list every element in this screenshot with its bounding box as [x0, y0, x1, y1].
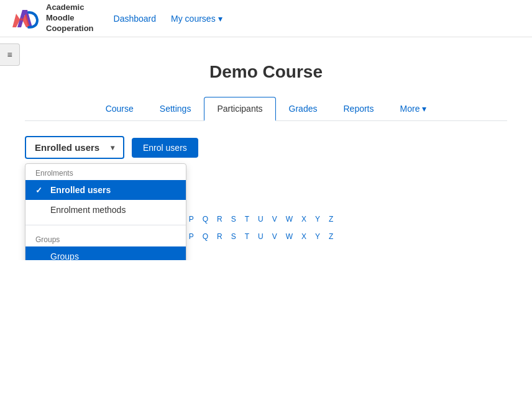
nav-my-courses[interactable]: My courses ▾	[171, 14, 222, 24]
tab-bar: Course Settings Participants Grades Repo…	[25, 97, 507, 121]
main-content: Demo Course Course Settings Participants…	[0, 37, 532, 260]
alpha-W-2[interactable]: W	[282, 230, 296, 243]
alpha-U-1[interactable]: U	[254, 213, 267, 225]
logo-area: Academic Moodle Cooperation	[10, 2, 94, 34]
alpha-W-1[interactable]: W	[282, 213, 296, 225]
alpha-Z-2[interactable]: Z	[325, 230, 337, 243]
alpha-X-1[interactable]: X	[298, 213, 310, 225]
alpha-T-1[interactable]: T	[241, 213, 253, 225]
dropdown-section-groups: Groups	[25, 230, 186, 246]
alpha-R-1[interactable]: R	[213, 213, 226, 225]
dropdown-section-enrolments: Enrolments	[25, 164, 186, 180]
tab-participants[interactable]: Participants	[204, 97, 275, 121]
tab-grades[interactable]: Grades	[276, 97, 331, 121]
logo-text: Academic Moodle Cooperation	[46, 2, 94, 34]
alpha-S-2[interactable]: S	[227, 230, 240, 243]
tab-course[interactable]: Course	[93, 97, 147, 121]
alpha-Z-1[interactable]: Z	[325, 213, 337, 225]
alpha-T-2[interactable]: T	[241, 230, 253, 243]
alpha-P-2[interactable]: P	[185, 230, 198, 243]
main-nav-links: Dashboard My courses ▾	[114, 14, 222, 24]
tab-settings[interactable]: Settings	[147, 97, 204, 121]
chevron-down-icon: ▾	[218, 14, 222, 24]
alpha-X-2[interactable]: X	[298, 230, 310, 243]
section-divider	[25, 225, 186, 225]
chevron-down-icon: ▾	[111, 143, 114, 152]
chevron-down-icon: ▾	[422, 104, 426, 114]
dropdown-menu: Enrolments ✓ Enrolled users ✓ Enrolment …	[25, 163, 186, 260]
top-nav: Academic Moodle Cooperation Dashboard My…	[0, 0, 532, 37]
logo-icon	[10, 4, 40, 34]
alpha-R-2[interactable]: R	[213, 230, 226, 243]
tab-more[interactable]: More ▾	[387, 97, 440, 121]
dropdown-item-enrolled-users[interactable]: ✓ Enrolled users	[25, 180, 186, 200]
alpha-S-1[interactable]: S	[227, 213, 240, 225]
alpha-Y-1[interactable]: Y	[311, 213, 324, 225]
check-icon: ✓	[35, 186, 47, 195]
menu-icon: ≡	[7, 50, 12, 60]
alpha-P-1[interactable]: P	[185, 213, 198, 225]
dropdown-item-groups[interactable]: ✓ Groups	[25, 246, 186, 260]
alpha-U-2[interactable]: U	[254, 230, 267, 243]
alpha-Q-2[interactable]: Q	[199, 230, 212, 243]
alpha-Y-2[interactable]: Y	[311, 230, 324, 243]
nav-dashboard[interactable]: Dashboard	[114, 14, 157, 24]
enrol-users-button[interactable]: Enrol users	[132, 138, 198, 158]
enrolled-users-dropdown[interactable]: Enrolled users ▾	[25, 136, 124, 159]
dropdown-item-enrolment-methods[interactable]: ✓ Enrolment methods	[25, 200, 186, 220]
alpha-Q-1[interactable]: Q	[199, 213, 212, 225]
page-title: Demo Course	[25, 62, 507, 82]
controls-row: Enrolled users ▾ Enrol users Enrolments …	[25, 136, 507, 159]
sidebar-toggle[interactable]: ≡	[0, 43, 20, 66]
alpha-V-1[interactable]: V	[268, 213, 281, 225]
alpha-V-2[interactable]: V	[268, 230, 281, 243]
tab-reports[interactable]: Reports	[330, 97, 387, 121]
